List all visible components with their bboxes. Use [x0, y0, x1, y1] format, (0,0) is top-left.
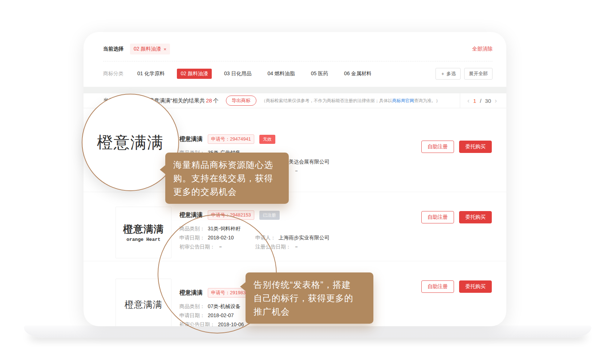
status-badge: 已注册: [259, 211, 280, 220]
results-count: 28: [206, 97, 212, 104]
trademark-title-line: 橙意满满 申请号：29474941 无效: [179, 134, 421, 144]
application-number-value: 29474941: [230, 136, 251, 142]
field-label: 商品类别：: [179, 226, 205, 231]
category-item-04[interactable]: 04 燃料油脂: [264, 69, 298, 79]
disclaimer-suffix: 查询为准。）: [414, 98, 440, 103]
apply-date-pair: 申请日期：2018-02-10: [179, 235, 254, 241]
field-value: 上海雨步实业有限公司: [279, 235, 329, 240]
filter-section: 当前选择 02 颜料油漆 × 全部清除 商标分类 01 化学原料 02 颜料油漆…: [84, 32, 506, 87]
first-publication-pair: 初审公告日期：2018-10-06: [179, 321, 254, 326]
apply-date-pair: 申请日期：2018-02-07: [179, 312, 254, 319]
category-item-03[interactable]: 03 日化用品: [220, 69, 255, 79]
promo-tooltip-promotion: 告别传统“发表格”，搭建 自己的标行，获得更多的 推广机会: [246, 272, 373, 324]
entrust-buy-button[interactable]: 委托购买: [459, 141, 492, 153]
self-register-button[interactable]: 自助注册: [421, 211, 454, 223]
application-number-label: 申请号：: [211, 136, 230, 142]
field-label: 申请日期：: [179, 312, 205, 318]
field-value: －: [294, 168, 299, 174]
category-item-02-active[interactable]: 02 颜料油漆: [177, 69, 211, 79]
field-value: 2018-02-10: [208, 235, 234, 240]
application-number-tag: 申请号：29482153: [208, 210, 254, 220]
self-register-button[interactable]: 自助注册: [421, 141, 454, 153]
trademark-name: 橙意满满: [179, 136, 203, 143]
clear-all-button[interactable]: 全部清除: [472, 46, 493, 52]
application-number-tag: 申请号：29474941: [208, 134, 254, 144]
field-value: 2018-02-07: [208, 312, 234, 318]
application-number-label: 申请号：: [211, 212, 230, 218]
total-pages: 30: [485, 98, 491, 104]
field-value: 2018-10-06: [218, 321, 244, 326]
apply-line: 申请日期：2018-02-10 申请人：上海雨步实业有限公司: [179, 235, 421, 241]
category-row-label: 商标分类: [103, 70, 123, 77]
field-value: －: [294, 244, 299, 250]
trademark-image: 橙意满满 orange Heart: [115, 207, 171, 258]
selected-filter-tag-text: 02 颜料油漆: [134, 46, 161, 52]
field-value: 31类-饲料种籽: [208, 226, 240, 231]
entrust-buy-button[interactable]: 委托购买: [459, 280, 492, 293]
results-disclaimer: （商标检索结果仅供参考，不作为商标能否注册的法律依据；具体以商标局官网查询为准。…: [262, 98, 440, 104]
next-page-icon[interactable]: ›: [495, 97, 497, 104]
field-label: 申请日期：: [179, 235, 205, 240]
category-row: 商标分类 01 化学原料 02 颜料油漆 03 日化用品 04 燃料油脂 05 …: [103, 68, 493, 80]
results-count-suffix: 个: [213, 97, 219, 104]
trademark-image: 橙意满满: [115, 279, 171, 326]
table-row: 橙意满满 orange Heart 橙意满满 申请号：29482153 已注册 …: [84, 192, 506, 261]
entrust-buy-button[interactable]: 委托购买: [459, 211, 492, 223]
export-trademarks-button[interactable]: 导出商标: [226, 96, 256, 106]
status-badge: 无效: [259, 135, 275, 144]
field-label: 初审公告日期：: [179, 321, 215, 326]
trademark-image-text: 橙意满满: [123, 223, 164, 236]
publication-line: 初审公告日期：－ 注册公告日期：－: [179, 244, 421, 250]
expand-all-button[interactable]: 展开全部: [464, 68, 493, 80]
magnifier-circle: 橙意满满: [82, 94, 179, 191]
self-register-button[interactable]: 自助注册: [421, 280, 454, 293]
trademark-name: 橙意满满: [179, 211, 203, 219]
row-actions: 自助注册 委托购买: [421, 211, 492, 261]
trademark-office-link[interactable]: 商标局官网: [392, 98, 414, 103]
prev-page-icon[interactable]: ‹: [467, 97, 470, 104]
category-line: 商品类别：31类-饲料种籽: [179, 226, 421, 232]
dashed-divider: [103, 61, 493, 61]
category-item-05[interactable]: 05 医药: [307, 69, 332, 79]
trademark-image-subtext: orange Heart: [126, 237, 161, 242]
page-separator: /: [480, 98, 481, 104]
magnified-trademark-text: 橙意满满: [97, 132, 164, 153]
promo-tooltip-trade: 海量精品商标资源随心选 购。支持在线交易，获得 更多的交易机会: [165, 153, 289, 204]
field-label: 商品类别：: [179, 303, 205, 309]
applicant-pair: 申请人：上海雨步实业有限公司: [255, 235, 329, 240]
category-item-01[interactable]: 01 化学原料: [134, 69, 168, 79]
section-gap: [84, 87, 506, 93]
remove-filter-icon[interactable]: ×: [163, 46, 166, 52]
pagination: ‹ 1 / 30 ›: [460, 93, 506, 108]
field-label: 申请人：: [255, 235, 276, 240]
selected-filter-tag[interactable]: 02 颜料油漆 ×: [130, 44, 170, 54]
disclaimer-prefix: （商标检索结果仅供参考，不作为商标能否注册的法律依据；具体以: [262, 98, 392, 103]
current-page: 1: [473, 98, 476, 104]
registration-publication-pair: 注册公告日期：－: [255, 244, 299, 250]
laptop-base: [24, 325, 591, 338]
trademark-name: 橙意满满: [179, 289, 203, 297]
trademark-image-text: 橙意满满: [125, 299, 162, 311]
field-value: 07类-机械设备: [208, 303, 240, 309]
trademark-title-line: 橙意满满 申请号：29482153 已注册: [179, 210, 421, 220]
application-number-value: 29482153: [230, 212, 251, 218]
category-actions: ＋ 多选 展开全部: [435, 68, 493, 80]
row-actions: 自助注册 委托购买: [421, 141, 492, 192]
current-selection-label: 当前选择: [103, 46, 123, 52]
row-actions: 自助注册 委托购买: [421, 280, 492, 326]
application-number-label: 申请号：: [211, 290, 230, 295]
category-item-06[interactable]: 06 金属材料: [340, 69, 375, 79]
multi-select-button[interactable]: ＋ 多选: [435, 68, 461, 80]
current-selection-row: 当前选择 02 颜料油漆 × 全部清除: [103, 44, 493, 54]
field-value: －: [218, 244, 223, 250]
first-publication-pair: 初审公告日期：－: [179, 244, 254, 250]
field-label: 初审公告日期：: [179, 244, 215, 250]
field-label: 注册公告日期：: [255, 244, 291, 250]
